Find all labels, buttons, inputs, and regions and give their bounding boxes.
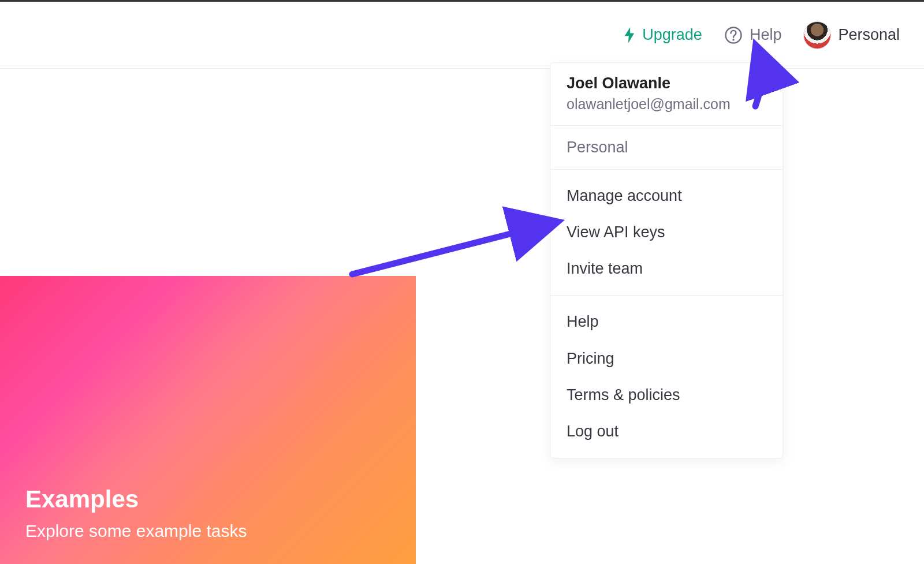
bolt-icon: [624, 27, 635, 43]
menu-manage-account[interactable]: Manage account: [550, 178, 783, 214]
examples-card[interactable]: Examples Explore some example tasks: [0, 276, 416, 564]
menu-account-group: Manage account View API keys Invite team: [550, 170, 783, 296]
menu-item-label: View API keys: [567, 223, 665, 241]
menu-workspace[interactable]: Personal: [550, 126, 783, 170]
examples-title: Examples: [25, 485, 390, 513]
menu-item-label: Invite team: [567, 260, 643, 277]
menu-user-email: olawanletjoel@gmail.com: [567, 96, 766, 113]
examples-subtitle: Explore some example tasks: [25, 521, 390, 541]
menu-user-info: Joel Olawanle olawanletjoel@gmail.com: [550, 63, 783, 126]
account-dropdown: Joel Olawanle olawanletjoel@gmail.com Pe…: [550, 62, 783, 458]
menu-item-label: Help: [567, 313, 599, 330]
menu-help[interactable]: Help: [550, 304, 783, 340]
menu-item-label: Log out: [567, 423, 619, 440]
top-header: Upgrade Help Personal: [0, 2, 924, 69]
account-menu-trigger[interactable]: Personal: [803, 21, 900, 49]
help-icon: [724, 26, 743, 44]
help-button[interactable]: Help: [724, 26, 782, 44]
workspace-label: Personal: [838, 26, 900, 44]
svg-point-1: [732, 39, 734, 40]
menu-terms[interactable]: Terms & policies: [550, 377, 783, 413]
menu-item-label: Terms & policies: [567, 386, 680, 404]
menu-user-name: Joel Olawanle: [567, 74, 766, 92]
menu-pricing[interactable]: Pricing: [550, 341, 783, 377]
menu-links-group: Help Pricing Terms & policies Log out: [550, 296, 783, 458]
avatar: [803, 21, 831, 49]
menu-invite-team[interactable]: Invite team: [550, 251, 783, 287]
menu-item-label: Manage account: [567, 187, 682, 204]
menu-log-out[interactable]: Log out: [550, 413, 783, 450]
upgrade-label: Upgrade: [642, 26, 702, 44]
menu-workspace-label: Personal: [567, 139, 628, 156]
upgrade-button[interactable]: Upgrade: [624, 26, 702, 44]
menu-item-label: Pricing: [567, 350, 614, 367]
help-label: Help: [750, 26, 782, 44]
menu-view-api-keys[interactable]: View API keys: [550, 214, 783, 251]
